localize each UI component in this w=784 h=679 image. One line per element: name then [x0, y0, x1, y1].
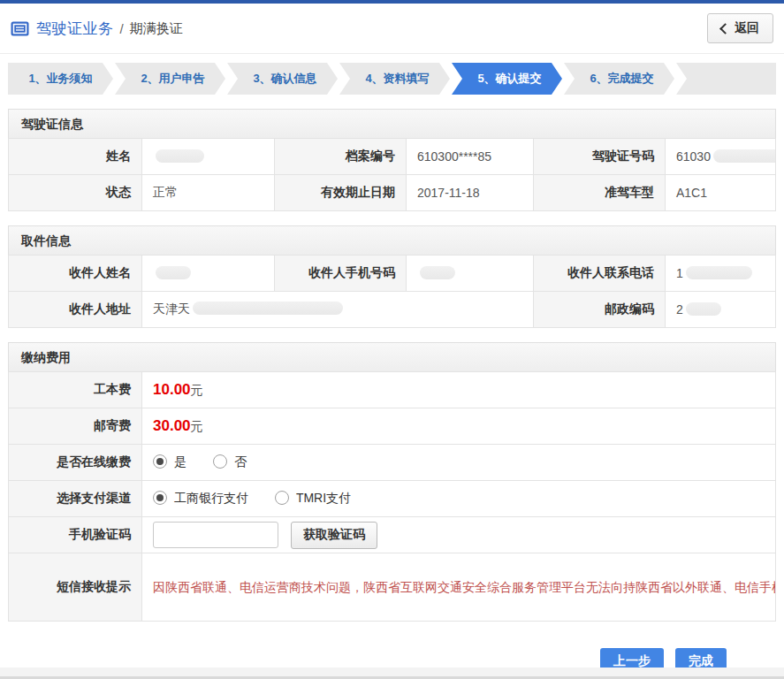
recipient-mobile-value	[407, 256, 534, 292]
breadcrumb-current: 期满换证	[130, 20, 183, 37]
redacted-mobile	[420, 266, 455, 279]
page-header: 驾驶证业务 / 期满换证 返回	[0, 4, 784, 54]
recipient-phone-value: 1	[666, 256, 776, 292]
online-pay-yes-radio[interactable]	[153, 454, 167, 469]
status-label: 状态	[9, 175, 142, 211]
redacted-postcode	[686, 302, 721, 316]
vehicle-type-value: A1C1	[666, 175, 776, 211]
recipient-name-value	[142, 256, 275, 292]
recipient-address-value: 天津天	[142, 292, 534, 328]
recipient-phone-label: 收件人联系电话	[534, 256, 666, 292]
payment-section-title: 缴纳费用	[8, 342, 776, 372]
table-row: 短信接收提示 因陕西省联通、电信运营商技术问题，陕西省互联网交通安全综合服务管理…	[9, 553, 776, 622]
vehicle-type-label: 准驾车型	[534, 175, 666, 211]
step-4-fill-data: 4、资料填写	[339, 63, 450, 95]
redacted-phone	[686, 266, 752, 279]
license-form-icon	[11, 21, 29, 36]
step-3-confirm-info: 3、确认信息	[227, 63, 338, 95]
expiry-value: 2017-11-18	[407, 175, 534, 211]
expiry-label: 有效期止日期	[275, 175, 407, 211]
redacted-name	[156, 149, 204, 163]
table-row: 姓名 档案编号 610300****85 驾驶证号码 61030	[9, 139, 776, 175]
back-button-label: 返回	[735, 20, 759, 36]
payment-table: 工本费 10.00元 邮寄费 30.00元 是否在线缴费 是 否 选择支付渠道 …	[8, 371, 776, 622]
step-wizard: 1、业务须知 2、用户申告 3、确认信息 4、资料填写 5、确认提交 6、完成提…	[8, 63, 776, 95]
step-2-user-declaration: 2、用户申告	[115, 63, 225, 95]
license-info-section-title: 驾驶证信息	[8, 109, 776, 139]
table-row: 手机验证码 获取验证码	[9, 517, 776, 553]
status-value: 正常	[142, 175, 275, 211]
page-title: 驾驶证业务	[36, 19, 114, 39]
payment-section: 缴纳费用 工本费 10.00元 邮寄费 30.00元 是否在线缴费 是 否 选择…	[8, 342, 776, 622]
mailing-fee-value: 30.00元	[142, 408, 776, 445]
license-info-table: 姓名 档案编号 610300****85 驾驶证号码 61030 状态 正常 有…	[8, 138, 776, 211]
license-no-label: 驾驶证号码	[534, 139, 666, 175]
breadcrumb-separator: /	[120, 21, 124, 36]
redacted-address	[193, 301, 343, 315]
name-label: 姓名	[9, 139, 142, 175]
online-pay-no-label[interactable]: 否	[234, 454, 247, 469]
get-code-button[interactable]: 获取验证码	[291, 522, 377, 549]
step-1-business-notice: 1、业务须知	[8, 63, 113, 95]
channel-icbc-label[interactable]: 工商银行支付	[174, 491, 248, 505]
pickup-info-section-title: 取件信息	[8, 225, 776, 256]
online-pay-no-radio[interactable]	[213, 454, 227, 469]
production-fee-label: 工本费	[9, 372, 142, 408]
online-pay-label: 是否在线缴费	[9, 445, 142, 481]
table-row: 收件人地址 天津天 邮政编码 2	[9, 292, 776, 328]
payment-channel-options: 工商银行支付 TMRI支付	[142, 481, 776, 517]
sms-notice-text: 因陕西省联通、电信运营商技术问题，陕西省互联网交通安全综合服务管理平台无法向持陕…	[153, 580, 776, 594]
table-row: 是否在线缴费 是 否	[9, 445, 776, 481]
license-no-value: 61030	[666, 139, 776, 175]
recipient-name-label: 收件人姓名	[9, 256, 142, 292]
back-button[interactable]: 返回	[707, 13, 773, 43]
channel-tmri-label[interactable]: TMRI支付	[296, 491, 351, 505]
name-value	[142, 139, 275, 175]
online-pay-yes-label[interactable]: 是	[174, 454, 186, 469]
pickup-info-section: 取件信息 收件人姓名 收件人手机号码 收件人联系电话 1 收件人地址 天津天 邮…	[8, 225, 776, 328]
table-row: 选择支付渠道 工商银行支付 TMRI支付	[9, 481, 776, 517]
mailing-fee-label: 邮寄费	[9, 408, 142, 445]
pickup-info-table: 收件人姓名 收件人手机号码 收件人联系电话 1 收件人地址 天津天 邮政编码 2	[8, 255, 776, 328]
redacted-recipient-name	[156, 266, 191, 279]
file-no-value: 610300****85	[407, 139, 534, 175]
sms-code-input[interactable]	[153, 522, 278, 548]
production-fee-value: 10.00元	[142, 372, 776, 408]
postcode-value: 2	[666, 292, 776, 328]
sms-code-field: 获取验证码	[142, 517, 776, 553]
page-footer-strip	[0, 668, 784, 679]
postcode-label: 邮政编码	[534, 292, 666, 328]
table-row: 收件人姓名 收件人手机号码 收件人联系电话 1	[9, 256, 776, 292]
channel-icbc-radio[interactable]	[153, 491, 167, 505]
recipient-mobile-label: 收件人手机号码	[275, 256, 407, 292]
table-row: 状态 正常 有效期止日期 2017-11-18 准驾车型 A1C1	[9, 175, 776, 211]
table-row: 邮寄费 30.00元	[9, 408, 776, 445]
step-5-confirm-submit-active: 5、确认提交	[452, 63, 562, 95]
sms-notice-cell: 因陕西省联通、电信运营商技术问题，陕西省互联网交通安全综合服务管理平台无法向持陕…	[142, 553, 776, 622]
sms-notice-label: 短信接收提示	[9, 553, 142, 622]
channel-tmri-radio[interactable]	[275, 491, 289, 505]
recipient-address-label: 收件人地址	[9, 292, 142, 328]
payment-channel-label: 选择支付渠道	[9, 481, 142, 517]
table-row: 工本费 10.00元	[9, 372, 776, 408]
online-pay-options: 是 否	[142, 445, 776, 481]
chevron-left-icon	[719, 23, 731, 34]
sms-code-label: 手机验证码	[9, 517, 142, 553]
license-info-section: 驾驶证信息 姓名 档案编号 610300****85 驾驶证号码 61030 状…	[8, 109, 776, 211]
redacted-license-no	[713, 149, 776, 163]
step-6-complete-submit: 6、完成提交	[564, 63, 674, 95]
step-bar-filler	[676, 63, 776, 95]
file-no-label: 档案编号	[275, 139, 407, 175]
